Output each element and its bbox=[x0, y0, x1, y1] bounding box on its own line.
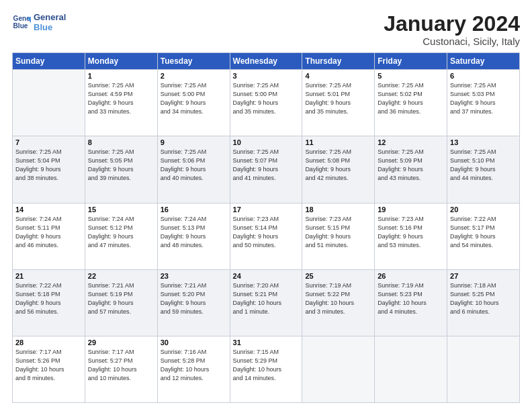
calendar-cell: 17Sunrise: 7:23 AM Sunset: 5:14 PM Dayli… bbox=[230, 203, 302, 269]
day-number: 14 bbox=[15, 205, 82, 214]
day-info: Sunrise: 7:23 AM Sunset: 5:15 PM Dayligh… bbox=[305, 215, 371, 250]
calendar-cell: 7Sunrise: 7:25 AM Sunset: 5:04 PM Daylig… bbox=[13, 136, 85, 203]
day-number: 6 bbox=[450, 72, 517, 80]
day-info: Sunrise: 7:15 AM Sunset: 5:29 PM Dayligh… bbox=[233, 348, 300, 383]
calendar-cell: 3Sunrise: 7:25 AM Sunset: 5:00 PM Daylig… bbox=[230, 70, 302, 136]
weekday-monday: Monday bbox=[85, 53, 157, 70]
month-title: January 2024 bbox=[384, 12, 520, 36]
calendar-cell: 19Sunrise: 7:23 AM Sunset: 5:16 PM Dayli… bbox=[375, 203, 447, 269]
week-row-4: 21Sunrise: 7:22 AM Sunset: 5:18 PM Dayli… bbox=[13, 269, 520, 336]
day-number: 22 bbox=[88, 272, 154, 280]
weekday-saturday: Saturday bbox=[447, 53, 520, 70]
day-number: 24 bbox=[233, 272, 300, 280]
day-number: 13 bbox=[450, 138, 517, 146]
logo: General Blue General Blue bbox=[12, 12, 66, 32]
day-info: Sunrise: 7:25 AM Sunset: 5:03 PM Dayligh… bbox=[450, 81, 517, 116]
day-number: 8 bbox=[88, 138, 154, 146]
day-number: 17 bbox=[233, 205, 300, 214]
day-number: 5 bbox=[378, 72, 444, 80]
day-number: 21 bbox=[15, 272, 82, 280]
calendar-cell: 29Sunrise: 7:17 AM Sunset: 5:27 PM Dayli… bbox=[85, 336, 157, 402]
day-number: 23 bbox=[161, 272, 227, 280]
day-info: Sunrise: 7:17 AM Sunset: 5:26 PM Dayligh… bbox=[15, 348, 82, 383]
day-info: Sunrise: 7:17 AM Sunset: 5:27 PM Dayligh… bbox=[88, 348, 154, 383]
week-row-2: 7Sunrise: 7:25 AM Sunset: 5:04 PM Daylig… bbox=[13, 136, 520, 203]
weekday-tuesday: Tuesday bbox=[157, 53, 230, 70]
calendar-cell: 12Sunrise: 7:25 AM Sunset: 5:09 PM Dayli… bbox=[375, 136, 447, 203]
day-number: 16 bbox=[161, 205, 227, 214]
day-info: Sunrise: 7:23 AM Sunset: 5:14 PM Dayligh… bbox=[233, 215, 300, 250]
calendar-cell: 1Sunrise: 7:25 AM Sunset: 4:59 PM Daylig… bbox=[85, 70, 157, 136]
day-info: Sunrise: 7:24 AM Sunset: 5:12 PM Dayligh… bbox=[88, 215, 154, 250]
day-number: 20 bbox=[450, 205, 517, 214]
day-info: Sunrise: 7:24 AM Sunset: 5:13 PM Dayligh… bbox=[161, 215, 227, 250]
day-number: 26 bbox=[378, 272, 444, 280]
logo-text: General Blue bbox=[34, 12, 66, 32]
calendar-cell: 30Sunrise: 7:16 AM Sunset: 5:28 PM Dayli… bbox=[157, 336, 230, 402]
day-number: 10 bbox=[233, 138, 300, 146]
day-info: Sunrise: 7:25 AM Sunset: 5:04 PM Dayligh… bbox=[15, 148, 82, 183]
day-number: 9 bbox=[161, 138, 227, 146]
weekday-sunday: Sunday bbox=[13, 53, 85, 70]
day-info: Sunrise: 7:21 AM Sunset: 5:20 PM Dayligh… bbox=[161, 281, 227, 316]
calendar-cell: 14Sunrise: 7:24 AM Sunset: 5:11 PM Dayli… bbox=[13, 203, 85, 269]
day-number: 3 bbox=[233, 72, 300, 80]
day-info: Sunrise: 7:25 AM Sunset: 5:02 PM Dayligh… bbox=[378, 81, 444, 116]
calendar-table: SundayMondayTuesdayWednesdayThursdayFrid… bbox=[12, 52, 520, 403]
day-info: Sunrise: 7:16 AM Sunset: 5:28 PM Dayligh… bbox=[161, 348, 227, 383]
day-info: Sunrise: 7:20 AM Sunset: 5:21 PM Dayligh… bbox=[233, 281, 300, 316]
day-number: 12 bbox=[378, 138, 444, 146]
calendar-cell: 9Sunrise: 7:25 AM Sunset: 5:06 PM Daylig… bbox=[157, 136, 230, 203]
week-row-3: 14Sunrise: 7:24 AM Sunset: 5:11 PM Dayli… bbox=[13, 203, 520, 269]
day-info: Sunrise: 7:25 AM Sunset: 5:01 PM Dayligh… bbox=[305, 81, 371, 116]
calendar-cell: 16Sunrise: 7:24 AM Sunset: 5:13 PM Dayli… bbox=[157, 203, 230, 269]
day-info: Sunrise: 7:19 AM Sunset: 5:22 PM Dayligh… bbox=[305, 281, 371, 316]
calendar-cell bbox=[447, 336, 520, 402]
week-row-5: 28Sunrise: 7:17 AM Sunset: 5:26 PM Dayli… bbox=[13, 336, 520, 402]
calendar-cell: 27Sunrise: 7:18 AM Sunset: 5:25 PM Dayli… bbox=[447, 269, 520, 336]
calendar-cell bbox=[302, 336, 375, 402]
calendar-cell: 15Sunrise: 7:24 AM Sunset: 5:12 PM Dayli… bbox=[85, 203, 157, 269]
day-number: 2 bbox=[161, 72, 227, 80]
title-block: January 2024 Custonaci, Sicily, Italy bbox=[384, 12, 520, 47]
calendar-cell: 8Sunrise: 7:25 AM Sunset: 5:05 PM Daylig… bbox=[85, 136, 157, 203]
day-info: Sunrise: 7:24 AM Sunset: 5:11 PM Dayligh… bbox=[15, 215, 82, 250]
calendar-cell: 2Sunrise: 7:25 AM Sunset: 5:00 PM Daylig… bbox=[157, 70, 230, 136]
day-number: 19 bbox=[378, 205, 444, 214]
day-info: Sunrise: 7:21 AM Sunset: 5:19 PM Dayligh… bbox=[88, 281, 154, 316]
calendar-cell: 4Sunrise: 7:25 AM Sunset: 5:01 PM Daylig… bbox=[302, 70, 375, 136]
weekday-friday: Friday bbox=[375, 53, 447, 70]
day-info: Sunrise: 7:25 AM Sunset: 5:00 PM Dayligh… bbox=[233, 81, 300, 116]
day-info: Sunrise: 7:25 AM Sunset: 5:08 PM Dayligh… bbox=[305, 148, 371, 183]
day-info: Sunrise: 7:22 AM Sunset: 5:17 PM Dayligh… bbox=[450, 215, 517, 250]
day-number: 29 bbox=[88, 338, 154, 347]
calendar-cell: 10Sunrise: 7:25 AM Sunset: 5:07 PM Dayli… bbox=[230, 136, 302, 203]
day-info: Sunrise: 7:19 AM Sunset: 5:23 PM Dayligh… bbox=[378, 281, 444, 316]
day-number: 30 bbox=[161, 338, 227, 347]
day-number: 7 bbox=[15, 138, 82, 146]
calendar-cell bbox=[375, 336, 447, 402]
day-number: 25 bbox=[305, 272, 371, 280]
week-row-1: 1Sunrise: 7:25 AM Sunset: 4:59 PM Daylig… bbox=[13, 70, 520, 136]
day-info: Sunrise: 7:18 AM Sunset: 5:25 PM Dayligh… bbox=[450, 281, 517, 316]
day-number: 27 bbox=[450, 272, 517, 280]
weekday-wednesday: Wednesday bbox=[230, 53, 302, 70]
calendar-page: General Blue General Blue January 2024 C… bbox=[0, 0, 532, 411]
calendar-cell: 5Sunrise: 7:25 AM Sunset: 5:02 PM Daylig… bbox=[375, 70, 447, 136]
calendar-cell: 20Sunrise: 7:22 AM Sunset: 5:17 PM Dayli… bbox=[447, 203, 520, 269]
location: Custonaci, Sicily, Italy bbox=[384, 36, 520, 47]
calendar-cell: 21Sunrise: 7:22 AM Sunset: 5:18 PM Dayli… bbox=[13, 269, 85, 336]
calendar-cell: 25Sunrise: 7:19 AM Sunset: 5:22 PM Dayli… bbox=[302, 269, 375, 336]
weekday-header-row: SundayMondayTuesdayWednesdayThursdayFrid… bbox=[13, 53, 520, 70]
day-number: 4 bbox=[305, 72, 371, 80]
header: General Blue General Blue January 2024 C… bbox=[12, 12, 520, 47]
calendar-cell: 23Sunrise: 7:21 AM Sunset: 5:20 PM Dayli… bbox=[157, 269, 230, 336]
day-number: 1 bbox=[88, 72, 154, 80]
day-number: 15 bbox=[88, 205, 154, 214]
day-info: Sunrise: 7:25 AM Sunset: 5:07 PM Dayligh… bbox=[233, 148, 300, 183]
day-info: Sunrise: 7:25 AM Sunset: 5:09 PM Dayligh… bbox=[378, 148, 444, 183]
calendar-cell: 28Sunrise: 7:17 AM Sunset: 5:26 PM Dayli… bbox=[13, 336, 85, 402]
logo-icon: General Blue bbox=[12, 13, 31, 32]
calendar-cell: 24Sunrise: 7:20 AM Sunset: 5:21 PM Dayli… bbox=[230, 269, 302, 336]
calendar-cell bbox=[13, 70, 85, 136]
